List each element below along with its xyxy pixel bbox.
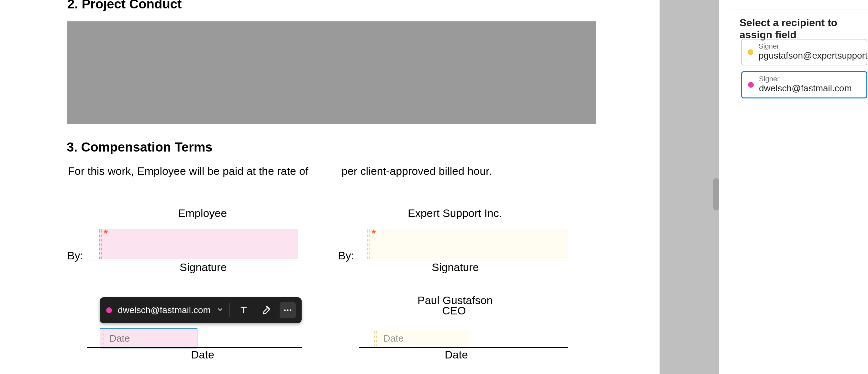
- section-2-heading: 2. Project Conduct: [67, 0, 182, 11]
- recipient-color-dot-icon: [748, 49, 753, 55]
- signature-field-employee[interactable]: *: [99, 229, 298, 259]
- section-3-heading: 3. Compensation Terms: [67, 140, 212, 154]
- recipient-email: dwelsch@fastmail.com: [759, 83, 861, 93]
- canvas-background: [659, 0, 719, 374]
- recipient-email: pgustafson@expertsupport.com: [758, 51, 861, 61]
- signature-pen-icon[interactable]: [258, 302, 274, 318]
- toolbar-separator: [229, 303, 230, 317]
- signature-caption-left: Signature: [180, 261, 227, 274]
- signature-field-company[interactable]: *: [367, 229, 568, 259]
- recipient-card-2[interactable]: Signer dwelsch@fastmail.com: [741, 71, 867, 98]
- document-page: 2. Project Conduct 3. Compensation Terms…: [0, 0, 659, 374]
- panel-divider: [732, 9, 868, 9]
- signature-line-left: [84, 260, 304, 260]
- drag-handle-icon[interactable]: [102, 330, 104, 346]
- svg-point-1: [287, 310, 288, 311]
- date-line-left: [87, 347, 302, 348]
- more-options-button[interactable]: [280, 302, 296, 318]
- required-star-icon: *: [103, 227, 108, 240]
- redacted-block: [67, 21, 596, 124]
- date-field-placeholder: Date: [110, 333, 130, 344]
- by-label-left: By:: [67, 249, 83, 262]
- text-style-button[interactable]: [236, 302, 252, 318]
- field-toolbar: dwelsch@fastmail.com: [100, 297, 302, 323]
- employee-header: Employee: [178, 207, 227, 220]
- toolbar-recipient-label[interactable]: dwelsch@fastmail.com: [118, 305, 211, 315]
- recipient-side-panel: Select a recipient to assign field Signe…: [723, 0, 868, 374]
- date-field-employee[interactable]: Date: [100, 328, 197, 348]
- company-header: Expert Support Inc.: [408, 207, 502, 220]
- svg-point-2: [290, 310, 291, 311]
- signature-line-right: [356, 260, 570, 260]
- date-field-placeholder: Date: [383, 333, 404, 344]
- ceo-title-text: CEO: [442, 305, 466, 317]
- date-caption-left: Date: [191, 348, 214, 361]
- signature-caption-right: Signature: [432, 261, 479, 274]
- drag-handle-icon[interactable]: [99, 229, 102, 259]
- recipient-card-1[interactable]: Signer pgustafson@expertsupport.com: [741, 39, 867, 65]
- required-star-icon: *: [372, 227, 376, 240]
- compensation-text-a: For this work, Employee will be paid at …: [68, 165, 308, 177]
- compensation-text-b: per client-approved billed hour.: [341, 165, 492, 177]
- recipient-role: Signer: [758, 43, 861, 50]
- recipient-color-dot-icon: [106, 307, 112, 313]
- svg-point-0: [284, 310, 285, 311]
- panel-heading: Select a recipient to assign field: [740, 17, 868, 41]
- date-line-right: [359, 347, 568, 348]
- by-label-right: By:: [338, 249, 354, 262]
- recipient-color-dot-icon: [748, 82, 754, 88]
- scrollbar-thumb[interactable]: [713, 178, 719, 210]
- recipient-role: Signer: [759, 76, 861, 83]
- drag-handle-icon[interactable]: [367, 229, 370, 259]
- drag-handle-icon[interactable]: [374, 331, 377, 346]
- chevron-down-icon[interactable]: [217, 305, 224, 315]
- date-field-company[interactable]: Date: [373, 330, 469, 346]
- date-caption-right: Date: [445, 348, 468, 361]
